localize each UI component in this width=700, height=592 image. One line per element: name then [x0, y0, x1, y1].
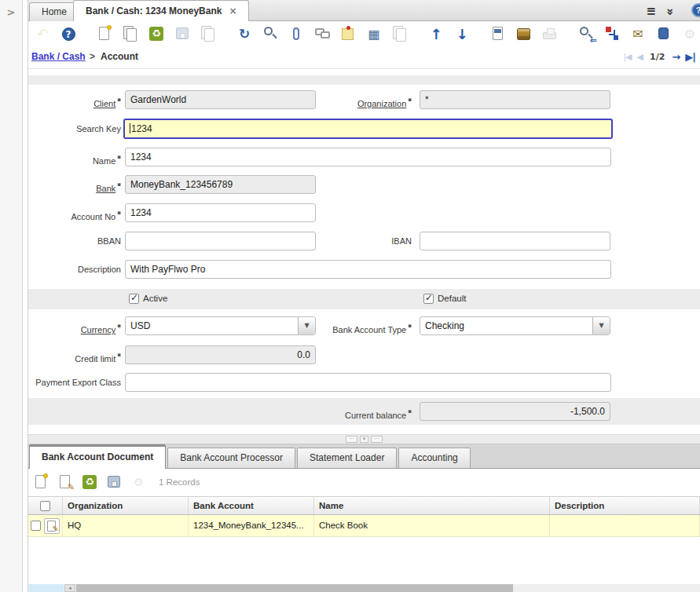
zoom-across-icon[interactable]: ⇐: [577, 24, 596, 43]
iban-input[interactable]: [420, 232, 610, 250]
active-label: Active: [143, 294, 167, 303]
table-header-name[interactable]: Name: [314, 497, 550, 514]
table-header-organization[interactable]: Organization: [63, 497, 189, 514]
splitter-collapse-icon[interactable]: ▾: [360, 436, 369, 443]
detail-tab-bank-account-processor[interactable]: Bank Account Processor: [167, 448, 295, 468]
bank-account-type-dropdown-button[interactable]: ▼: [592, 317, 610, 334]
select-all-checkbox[interactable]: [40, 501, 50, 511]
attachment-icon[interactable]: [287, 24, 306, 43]
menu-icon[interactable]: ≡: [646, 4, 656, 18]
tab-home[interactable]: Home: [29, 2, 79, 21]
table-header-bank-account[interactable]: Bank Account: [189, 497, 314, 514]
table-header-select-column: [28, 497, 63, 514]
detail-toolbar: ✎♻⚙ 1 Records: [31, 473, 200, 492]
undo-icon: ↶: [33, 24, 52, 43]
save-create-icon: [199, 24, 218, 43]
description-label: Description: [28, 260, 121, 279]
detail-tab-accounting[interactable]: Accounting: [398, 448, 470, 468]
west-panel-collapsed: >: [0, 0, 23, 592]
new-icon[interactable]: [31, 473, 50, 492]
scroll-left-icon[interactable]: ◂: [64, 584, 75, 592]
record-pagination: |◀ ◀ 1/2 → ▶|: [623, 51, 695, 63]
new-record-icon[interactable]: [95, 24, 114, 43]
detail-toolbar-icons: ✎♻⚙: [31, 473, 148, 492]
organization-field: *: [420, 90, 610, 109]
name-label: Name▪: [28, 148, 121, 170]
expand-panel-icon[interactable]: >: [5, 6, 17, 19]
row-controls: ✎: [28, 515, 63, 536]
detail-tab-bank-account-document[interactable]: Bank Account Document: [29, 444, 166, 469]
splitter-grip-icon[interactable]: ···: [371, 436, 383, 443]
credit-limit-label: Credit limit▪: [28, 345, 121, 368]
close-tab-icon[interactable]: ×: [229, 5, 236, 16]
description-input[interactable]: With PayFlwo Pro: [125, 260, 611, 279]
detail-tab-statement-loader[interactable]: Statement Loader: [297, 448, 397, 468]
workflow-icon[interactable]: [603, 24, 621, 43]
next-record-icon[interactable]: →: [672, 51, 680, 63]
table-header-description[interactable]: Description: [550, 497, 700, 514]
grid-toggle-icon[interactable]: ▦: [365, 24, 383, 43]
collapse-all-icon[interactable]: »: [663, 8, 677, 16]
report-icon[interactable]: [489, 24, 508, 43]
default-checkbox[interactable]: ✓: [423, 294, 434, 304]
horizontal-scrollbar[interactable]: ◂: [28, 584, 700, 592]
cell-name: Check Book: [314, 515, 550, 536]
bban-label: BBAN: [28, 232, 121, 250]
splitter-grip-icon[interactable]: ···: [346, 436, 357, 443]
currency-label[interactable]: Currency▪: [28, 316, 121, 339]
refresh-icon[interactable]: ↻: [235, 24, 254, 43]
active-checkbox[interactable]: ✓: [129, 294, 139, 304]
iban-label: IBAN: [288, 232, 412, 250]
window-toolbar: ↶?♻↻▦↑↓⇐✉⚙⇓⇐: [28, 22, 700, 46]
check-icon: ✓: [130, 292, 138, 303]
help-icon[interactable]: ?: [59, 24, 78, 43]
scrollbar-thumb[interactable]: [76, 584, 513, 592]
payment-export-class-input[interactable]: [125, 373, 611, 392]
last-record-icon[interactable]: ▶|: [685, 51, 695, 63]
detail-record-icon[interactable]: ↓: [453, 24, 471, 43]
save-icon[interactable]: [104, 473, 123, 492]
edit-icon[interactable]: ✎: [56, 473, 75, 492]
cell-description: [550, 515, 700, 536]
tab-home-label: Home: [42, 6, 67, 17]
quick-form-icon: [390, 24, 409, 43]
parent-record-icon[interactable]: ↑: [427, 24, 445, 43]
delete-icon[interactable]: ♻: [80, 473, 99, 492]
detail-pane: ✎♻⚙ 1 Records OrganizationBank AccountNa…: [28, 469, 700, 584]
current-balance-field: -1,500.0: [420, 402, 610, 421]
account-no-label: Account No▪: [28, 203, 121, 226]
detail-table: OrganizationBank AccountNameDescription …: [28, 496, 700, 537]
archive-icon[interactable]: [515, 24, 533, 43]
bank-account-type-dropdown[interactable]: Checking▼: [420, 316, 610, 335]
application-window: > Home Bank / Cash: 1234 MoneyBank× ≡ » …: [0, 0, 700, 592]
tab-bank-cash-account[interactable]: Bank / Cash: 1234 MoneyBank×: [73, 0, 249, 21]
credit-limit-field: 0.0: [125, 345, 316, 364]
row-edit-icon[interactable]: ✎: [44, 518, 60, 534]
bank-label[interactable]: Bank▪: [28, 175, 121, 198]
name-input[interactable]: 1234: [125, 148, 611, 166]
chat-icon[interactable]: [313, 24, 332, 43]
breadcrumb-separator: >: [90, 51, 95, 62]
site-help-icon[interactable]: ?: [691, 3, 700, 17]
check-icon: ✓: [425, 292, 433, 303]
account-no-input[interactable]: 1234: [125, 203, 316, 222]
table-row[interactable]: ✎HQ1234_MoneyBank_12345...Check Book: [28, 515, 700, 537]
note-icon[interactable]: [339, 24, 357, 43]
pane-splitter[interactable]: ··· ▾ ···: [28, 434, 700, 444]
breadcrumb-parent-link[interactable]: Bank / Cash: [31, 51, 86, 62]
breadcrumb-current: Account: [101, 51, 138, 62]
row-stripe: [28, 75, 700, 85]
save-icon: [173, 24, 192, 43]
cell-bank-account: 1234_MoneyBank_12345...: [189, 515, 314, 536]
organization-label[interactable]: Organization▪: [288, 90, 412, 113]
copy-record-icon[interactable]: [121, 24, 140, 43]
client-label[interactable]: Client▪: [28, 90, 121, 113]
requests-icon[interactable]: ✉: [629, 24, 647, 43]
find-icon[interactable]: [261, 24, 280, 43]
delete-record-icon[interactable]: ♻: [147, 24, 166, 43]
main-area: Home Bank / Cash: 1234 MoneyBank× ≡ » ? …: [27, 0, 700, 592]
row-checkbox[interactable]: [31, 521, 41, 531]
breadcrumb-row: Bank / Cash > Account |◀ ◀ 1/2 → ▶|: [28, 46, 700, 68]
product-info-icon[interactable]: [654, 24, 673, 43]
search-key-input[interactable]: 1234: [123, 119, 613, 139]
